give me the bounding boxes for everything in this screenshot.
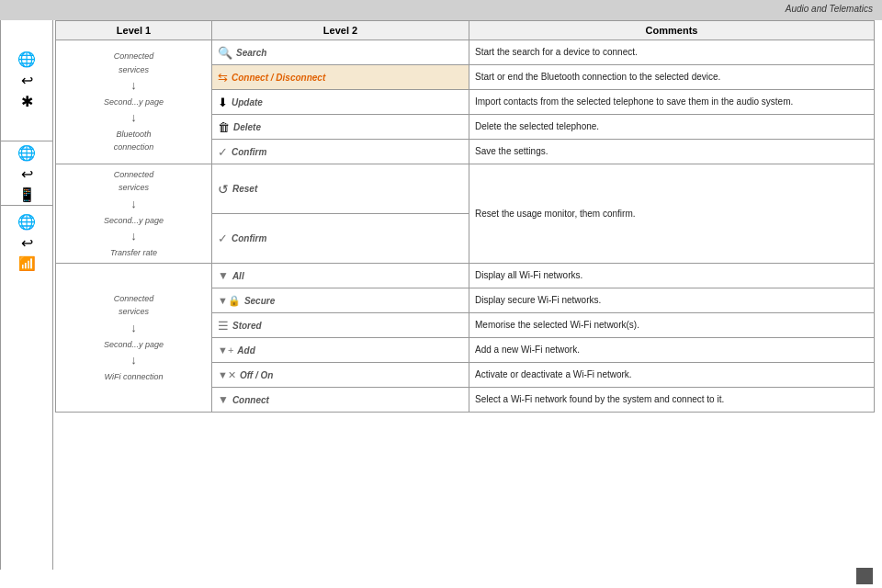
back-icon-1: ↩ bbox=[21, 72, 33, 89]
comment-wifi-off: Activate or deactivate a Wi-Fi network. bbox=[469, 363, 875, 388]
level2-wifi-all: ▼ All bbox=[216, 266, 465, 286]
level2-confirm-tr: ✓ Confirm bbox=[216, 229, 465, 249]
level2-wifi-secure: ▼🔒 Secure bbox=[216, 290, 465, 311]
reset-icon: ↺ bbox=[218, 182, 229, 197]
confirm-tr-icon: ✓ bbox=[218, 232, 228, 245]
level2-wifi-stored: ☰ Stored bbox=[216, 315, 465, 335]
level2-label: All bbox=[232, 271, 244, 281]
level2-confirm-bt: ✓ Confirm bbox=[216, 141, 465, 162]
connect-disconnect-icon: ⇆ bbox=[218, 71, 228, 85]
wifi-icon: 📶 bbox=[18, 255, 36, 272]
delete-icon: 🗑 bbox=[218, 120, 230, 134]
back-icon-2: ↩ bbox=[21, 165, 33, 183]
level2-label: Confirm bbox=[232, 147, 266, 157]
level1-content-wifi: Connected services ↓ Second...y page ↓ W… bbox=[60, 292, 208, 383]
level2-reset: ↺ Reset bbox=[216, 179, 465, 199]
sidebar-section-transfer: 🌐 ↩ 📱 bbox=[1, 141, 52, 206]
comment-wifi-stored: Memorise the selected Wi-Fi network(s). bbox=[469, 313, 875, 338]
table-row: Connected services ↓ Second...y page ↓ B… bbox=[56, 40, 875, 65]
level2-label: Connect / Disconnect bbox=[232, 73, 325, 83]
comment-connect-disconnect: Start or end the Bluetooth connection to… bbox=[469, 65, 875, 90]
wifi-connect-icon: ▼ bbox=[218, 393, 229, 406]
comment-delete: Delete the selected telephone. bbox=[469, 115, 875, 140]
col-level1-header: Level 1 bbox=[56, 21, 212, 40]
col-level2-header: Level 2 bbox=[212, 21, 469, 40]
comment-reset: Reset the usage monitor, them confirm. bbox=[469, 164, 875, 264]
level2-label: Add bbox=[237, 345, 254, 356]
comment-confirm-bt: Save the settings. bbox=[469, 140, 875, 164]
level2-label: Reset bbox=[232, 184, 257, 194]
comment-wifi-secure: Display secure Wi-Fi networks. bbox=[469, 288, 875, 313]
comment-update: Import contacts from the selected teleph… bbox=[469, 90, 875, 115]
comment-wifi-connect: Select a Wi-Fi network found by the syst… bbox=[469, 388, 875, 413]
sidebar-section-bluetooth: 🌐 ↩ ✱ bbox=[1, 20, 52, 141]
level2-wifi-add: ▼+ Add bbox=[216, 340, 465, 360]
wifi-off-icon: ▼✕ bbox=[218, 369, 236, 381]
back-icon-3: ↩ bbox=[21, 234, 33, 252]
confirm-bt-icon: ✓ bbox=[218, 145, 228, 159]
comment-wifi-all: Display all Wi-Fi networks. bbox=[469, 264, 875, 288]
comment-wifi-add: Add a new Wi-Fi network. bbox=[469, 338, 875, 363]
bottom-right-indicator bbox=[856, 568, 873, 584]
wifi-stored-icon: ☰ bbox=[218, 319, 229, 333]
table-row: Connected services ↓ Second...y page ↓ W… bbox=[56, 264, 875, 288]
level2-update: ⬇ Update bbox=[216, 92, 465, 112]
level2-label: Update bbox=[232, 97, 263, 107]
col-comments-header: Comments bbox=[469, 21, 875, 40]
globe-icon-3: 🌐 bbox=[17, 213, 36, 231]
level2-label: Stored bbox=[232, 321, 262, 331]
search-icon: 🔍 bbox=[218, 46, 232, 60]
table-header-row: Level 1 Level 2 Comments bbox=[56, 21, 875, 40]
level2-search: 🔍 Search bbox=[216, 42, 465, 62]
update-icon: ⬇ bbox=[218, 96, 228, 109]
wifi-all-icon: ▼ bbox=[218, 269, 229, 282]
level2-wifi-off: ▼✕ Off / On bbox=[216, 365, 465, 385]
level2-label: Secure bbox=[244, 296, 275, 306]
level2-label: Confirm bbox=[232, 233, 266, 243]
comment-search: Start the search for a device to connect… bbox=[469, 40, 875, 65]
level2-wifi-connect: ▼ Connect bbox=[216, 390, 465, 410]
header-bar: Audio and Telematics bbox=[0, 0, 882, 20]
globe-icon-1: 🌐 bbox=[17, 51, 36, 68]
main-table: Level 1 Level 2 Comments Connected servi… bbox=[55, 20, 875, 413]
level2-label: Off / On bbox=[240, 370, 273, 380]
level2-label: Delete bbox=[233, 122, 261, 132]
level2-delete: 🗑 Delete bbox=[216, 117, 465, 137]
level2-label: Search bbox=[236, 48, 266, 58]
level2-label: Connect bbox=[232, 395, 269, 405]
globe-icon-2: 🌐 bbox=[17, 144, 36, 162]
level2-connect-disconnect: ⇆ Connect / Disconnect bbox=[216, 67, 465, 87]
transfer-icon: 📱 bbox=[18, 187, 36, 203]
page-title: Audio and Telematics bbox=[786, 4, 873, 14]
wifi-secure-icon: ▼🔒 bbox=[218, 295, 241, 307]
wifi-add-icon: ▼+ bbox=[218, 345, 233, 356]
sidebar-section-wifi: 🌐 ↩ 📶 bbox=[1, 206, 52, 279]
level1-content-bluetooth: Connected services ↓ Second...y page ↓ B… bbox=[60, 50, 208, 154]
level1-content-transfer: Connected services ↓ Second...y page ↓ T… bbox=[60, 168, 208, 259]
table-row: Connected services ↓ Second...y page ↓ T… bbox=[56, 164, 875, 214]
page: Audio and Telematics Level 1 Level 2 Com… bbox=[0, 0, 882, 588]
bluetooth-icon: ✱ bbox=[21, 93, 33, 110]
